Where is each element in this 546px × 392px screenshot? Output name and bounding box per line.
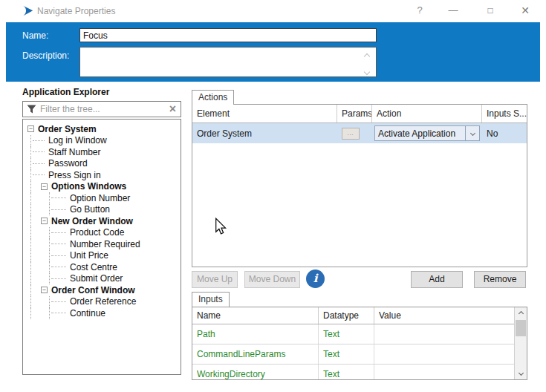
tree-item-new-order-window[interactable]: − New Order Window xyxy=(23,215,181,227)
inputs-table-header: Name Datatype Value xyxy=(192,307,514,324)
info-icon[interactable]: i xyxy=(306,270,325,288)
tree-expander-icon[interactable]: − xyxy=(41,218,48,224)
tree-item-label: Password xyxy=(48,158,88,169)
application-tree: − Order System Log in Window Staff Numbe… xyxy=(22,119,181,375)
cell-input-value[interactable] xyxy=(374,365,514,380)
tree-item-label: Options Windows xyxy=(51,181,126,192)
column-header-params: Params xyxy=(337,105,372,122)
tree-item-label: Order Conf Window xyxy=(51,285,135,295)
tree-item-label: Log in Window xyxy=(48,135,107,146)
cell-input-datatype: Text xyxy=(319,365,374,380)
help-icon[interactable]: ? xyxy=(413,4,426,17)
actions-table-header: Element Params Action Inputs S... xyxy=(192,105,527,123)
inputs-row-commandlineparams[interactable]: CommandLineParams Text xyxy=(192,344,514,365)
tree-item-option-number[interactable]: Option Number xyxy=(23,192,181,204)
remove-button[interactable]: Remove xyxy=(474,271,526,288)
tree-item-label: Staff Number xyxy=(48,147,100,157)
name-input[interactable] xyxy=(79,28,377,42)
tree-item-continue[interactable]: Continue xyxy=(23,307,181,319)
application-explorer-title: Application Explorer xyxy=(22,87,109,97)
inputs-scrollbar[interactable] xyxy=(514,307,527,379)
tree-item-press-sign-in[interactable]: Press Sign in xyxy=(23,169,181,181)
scroll-up-icon[interactable] xyxy=(515,308,527,319)
move-down-button[interactable]: Move Down xyxy=(244,271,300,288)
tree-item-label: Option Number xyxy=(70,193,130,203)
clear-filter-icon[interactable]: × xyxy=(169,103,176,115)
add-button[interactable]: Add xyxy=(411,271,463,288)
tree-item-label: Press Sign in xyxy=(48,170,101,180)
column-header-datatype: Datatype xyxy=(319,307,374,324)
action-dropdown-value: Activate Application xyxy=(375,128,465,139)
name-label: Name: xyxy=(22,30,48,41)
properties-header: Name: Description: xyxy=(6,22,540,82)
inputs-panel: Name Datatype Value Path Text CommandLin… xyxy=(192,307,527,380)
tree-expander-icon[interactable]: − xyxy=(41,183,48,190)
tree-expander-icon[interactable]: − xyxy=(41,287,48,293)
tree-item-label: Order Reference xyxy=(70,296,136,307)
cell-input-datatype: Text xyxy=(319,324,374,344)
tree-item-order-reference[interactable]: Order Reference xyxy=(23,296,181,308)
tree-item-label: Cost Centre xyxy=(70,262,117,272)
tree-item-label: Number Required xyxy=(70,239,140,249)
cell-inputs-set: No xyxy=(482,123,527,143)
tree-item-cost-centre[interactable]: Cost Centre xyxy=(23,261,181,273)
tree-item-log-in-window[interactable]: Log in Window xyxy=(23,135,181,147)
tree-item-label: Order System xyxy=(38,124,97,134)
title-bar: Navigate Properties ? — □ ✕ xyxy=(0,0,546,21)
tree-item-label: Continue xyxy=(70,308,105,318)
mouse-cursor xyxy=(215,218,227,235)
tree-item-product-code[interactable]: Product Code xyxy=(23,227,181,239)
cell-input-name: CommandLineParams xyxy=(192,344,319,364)
tree-expander-icon[interactable]: − xyxy=(27,125,34,132)
column-header-name: Name xyxy=(192,307,319,324)
navigate-properties-dialog: Navigate Properties ? — □ ✕ Name: Descri… xyxy=(0,0,546,392)
tree-item-order-system[interactable]: − Order System xyxy=(23,123,181,135)
move-up-button[interactable]: Move Up xyxy=(192,271,238,288)
minimize-icon[interactable]: — xyxy=(446,4,460,17)
cell-input-name: Path xyxy=(192,324,319,344)
column-header-value: Value xyxy=(374,307,514,324)
tree-item-submit-order[interactable]: Submit Order xyxy=(23,273,181,285)
tab-inputs[interactable]: Inputs xyxy=(192,292,230,307)
tree-item-unit-price[interactable]: Unit Price xyxy=(23,250,181,262)
maximize-icon[interactable]: □ xyxy=(484,4,497,17)
tree-item-options-windows[interactable]: − Options Windows xyxy=(23,181,181,193)
actions-panel: Element Params Action Inputs S... Order … xyxy=(192,104,527,267)
tree-item-label: Go Button xyxy=(70,204,110,215)
close-icon[interactable]: ✕ xyxy=(519,4,532,17)
scrollbar-thumb[interactable] xyxy=(516,320,526,336)
params-ellipsis-button[interactable]: … xyxy=(342,128,360,140)
action-dropdown[interactable]: Activate Application xyxy=(374,125,480,141)
tree-item-password[interactable]: Password xyxy=(23,158,181,170)
tree-filter-input[interactable] xyxy=(40,104,169,114)
tree-item-go-button[interactable]: Go Button xyxy=(23,204,181,216)
tree-item-label: Product Code xyxy=(70,227,124,238)
description-label: Description: xyxy=(22,50,69,61)
inputs-row-workingdirectory[interactable]: WorkingDirectory Text xyxy=(192,365,514,380)
tree-item-staff-number[interactable]: Staff Number xyxy=(23,146,181,158)
cell-input-datatype: Text xyxy=(319,344,374,364)
scroll-down-icon[interactable] xyxy=(365,66,374,74)
chevron-down-icon[interactable] xyxy=(465,126,479,140)
window-title: Navigate Properties xyxy=(37,6,115,16)
cell-input-value[interactable] xyxy=(374,324,514,344)
tree-item-order-conf-window[interactable]: − Order Conf Window xyxy=(23,284,181,296)
column-header-action: Action xyxy=(372,105,482,122)
tree-item-number-required[interactable]: Number Required xyxy=(23,238,181,250)
column-header-inputs-set: Inputs S... xyxy=(482,105,527,122)
description-textarea[interactable] xyxy=(79,47,377,77)
tree-item-label: Submit Order xyxy=(70,273,123,284)
filter-funnel-icon xyxy=(27,105,36,114)
scroll-down-icon[interactable] xyxy=(515,368,527,379)
blueprism-logo-icon xyxy=(22,5,33,16)
cell-action: Activate Application xyxy=(372,123,482,143)
tree-item-label: New Order Window xyxy=(51,216,133,226)
scroll-up-icon[interactable] xyxy=(365,50,374,58)
inputs-row-path[interactable]: Path Text xyxy=(192,324,514,344)
inputs-table: Name Datatype Value Path Text CommandLin… xyxy=(192,307,514,379)
cell-params: … xyxy=(337,123,372,143)
cell-input-value[interactable] xyxy=(374,344,514,364)
cell-element: Order System xyxy=(192,123,337,143)
actions-table-row[interactable]: Order System … Activate Application No xyxy=(192,123,527,143)
tab-actions[interactable]: Actions xyxy=(192,90,234,105)
